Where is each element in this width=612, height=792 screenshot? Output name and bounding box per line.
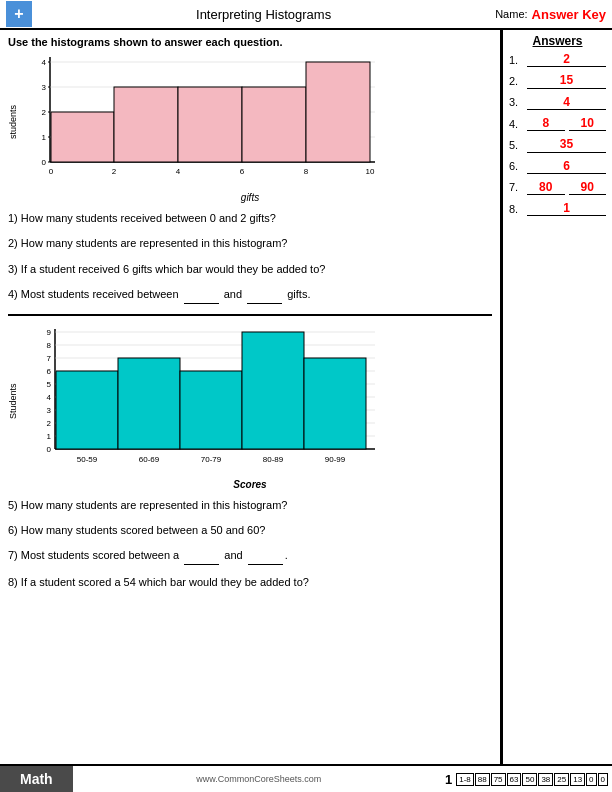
stat-25: 25 xyxy=(554,773,569,786)
ans4-num: 4. xyxy=(509,118,525,130)
svg-text:8: 8 xyxy=(304,167,309,176)
stat-88: 88 xyxy=(475,773,490,786)
svg-text:4: 4 xyxy=(47,393,52,402)
svg-text:10: 10 xyxy=(366,167,375,176)
question-7: 7) Most students scored between a and . xyxy=(8,548,492,564)
header: + Interpreting Histograms Name: Answer K… xyxy=(0,0,612,30)
svg-rect-52 xyxy=(304,358,366,449)
svg-rect-50 xyxy=(180,371,242,449)
answer-7: 7. 80 90 xyxy=(509,180,606,195)
svg-text:6: 6 xyxy=(240,167,245,176)
section-divider xyxy=(8,314,492,316)
ans7-val1: 80 xyxy=(527,180,565,195)
footer-stats: 1-8 88 75 63 50 38 25 13 0 0 xyxy=(456,773,608,786)
svg-text:0: 0 xyxy=(42,158,47,167)
q4-blank2 xyxy=(247,287,282,303)
answer-5: 5. 35 xyxy=(509,137,606,152)
stat-0b: 0 xyxy=(598,773,608,786)
stat-75: 75 xyxy=(491,773,506,786)
q7-num: 7) xyxy=(8,549,18,561)
ans5-num: 5. xyxy=(509,139,525,151)
question-6: 6) How many students scored between a 50… xyxy=(8,523,492,538)
svg-text:0: 0 xyxy=(49,167,54,176)
answer-2: 2. 15 xyxy=(509,73,606,88)
q1-text: How many students received between 0 and… xyxy=(21,212,276,224)
ans6-value: 6 xyxy=(527,159,606,174)
ans5-value: 35 xyxy=(527,137,606,152)
ans8-value: 1 xyxy=(527,201,606,216)
svg-text:2: 2 xyxy=(42,108,47,117)
answers-panel: Answers 1. 2 2. 15 3. 4 4. 8 10 5. 35 6.… xyxy=(502,30,612,764)
svg-text:80-89: 80-89 xyxy=(263,455,284,464)
chart1-inner: 0 1 2 3 4 xyxy=(20,52,492,192)
q8-text: If a student scored a 54 which bar would… xyxy=(21,576,309,588)
ans1-num: 1. xyxy=(509,54,525,66)
q5-num: 5) xyxy=(8,499,18,511)
q2-text: How many students are represented in thi… xyxy=(21,237,288,249)
ans3-num: 3. xyxy=(509,96,525,108)
q4-suffix: gifts. xyxy=(287,288,310,300)
logo-icon: + xyxy=(6,1,32,27)
svg-rect-18 xyxy=(178,87,242,162)
svg-text:3: 3 xyxy=(47,406,52,415)
svg-text:4: 4 xyxy=(42,58,47,67)
content-area: Use the histograms shown to answer each … xyxy=(0,30,502,764)
chart2-y-label: Students xyxy=(8,324,18,479)
svg-text:5: 5 xyxy=(47,380,52,389)
ans2-num: 2. xyxy=(509,75,525,87)
footer-url: www.CommonCoreSheets.com xyxy=(73,774,445,784)
svg-rect-20 xyxy=(306,62,370,162)
footer-page: 1 xyxy=(445,772,452,787)
answer-key-label: Answer Key xyxy=(532,7,606,22)
svg-text:2: 2 xyxy=(47,419,52,428)
svg-rect-48 xyxy=(56,371,118,449)
name-label: Name: xyxy=(495,8,527,20)
svg-text:3: 3 xyxy=(42,83,47,92)
q3-num: 3) xyxy=(8,263,18,275)
q7-blank1 xyxy=(184,548,219,564)
svg-text:2: 2 xyxy=(112,167,117,176)
ans4-double: 8 10 xyxy=(527,116,606,131)
svg-text:1: 1 xyxy=(42,133,47,142)
q6-num: 6) xyxy=(8,524,18,536)
instruction-text: Use the histograms shown to answer each … xyxy=(8,36,492,48)
answer-4: 4. 8 10 xyxy=(509,116,606,131)
q2-num: 2) xyxy=(8,237,18,249)
svg-text:8: 8 xyxy=(47,341,52,350)
page-title: Interpreting Histograms xyxy=(32,7,495,22)
ans2-value: 15 xyxy=(527,73,606,88)
q5-text: How many students are represented in thi… xyxy=(21,499,288,511)
svg-text:9: 9 xyxy=(47,328,52,337)
question-4: 4) Most students received between and gi… xyxy=(8,287,492,303)
answers-title: Answers xyxy=(509,34,606,48)
ans7-val2: 90 xyxy=(569,180,607,195)
stat-13: 13 xyxy=(570,773,585,786)
ans7-num: 7. xyxy=(509,181,525,193)
svg-text:60-69: 60-69 xyxy=(139,455,160,464)
ans3-value: 4 xyxy=(527,95,606,110)
footer-math-label: Math xyxy=(0,766,73,792)
svg-text:50-59: 50-59 xyxy=(77,455,98,464)
answer-3: 3. 4 xyxy=(509,95,606,110)
ans4-val1: 8 xyxy=(527,116,565,131)
svg-text:7: 7 xyxy=(47,354,52,363)
svg-rect-49 xyxy=(118,358,180,449)
answer-6: 6. 6 xyxy=(509,159,606,174)
svg-text:0: 0 xyxy=(47,445,52,454)
question-3: 3) If a student received 6 gifts which b… xyxy=(8,262,492,277)
q1-num: 1) xyxy=(8,212,18,224)
stat-63: 63 xyxy=(507,773,522,786)
stat-range: 1-8 xyxy=(456,773,474,786)
ans7-double: 80 90 xyxy=(527,180,606,195)
svg-rect-17 xyxy=(114,87,178,162)
svg-rect-16 xyxy=(51,112,114,162)
question-8: 8) If a student scored a 54 which bar wo… xyxy=(8,575,492,590)
answer-1: 1. 2 xyxy=(509,52,606,67)
q4-text: Most students received between xyxy=(21,288,179,300)
q6-text: How many students scored between a 50 an… xyxy=(21,524,266,536)
q4-num: 4) xyxy=(8,288,18,300)
svg-text:1: 1 xyxy=(47,432,52,441)
ans4-val2: 10 xyxy=(569,116,607,131)
ans8-num: 8. xyxy=(509,203,525,215)
question-5: 5) How many students are represented in … xyxy=(8,498,492,513)
